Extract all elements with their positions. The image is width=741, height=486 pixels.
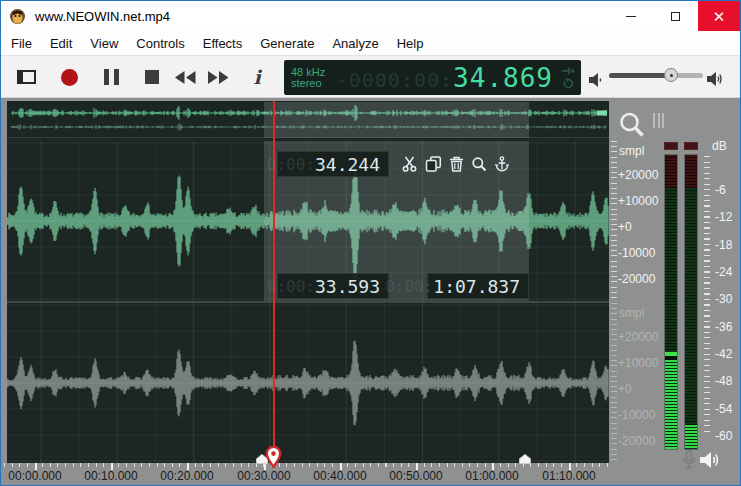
level-meter-left [664,154,678,450]
menu-edit[interactable]: Edit [41,33,81,54]
app-icon [9,8,26,25]
menu-controls[interactable]: Controls [127,33,193,54]
time-tick-label: 01:00.000 [458,469,526,483]
follow-cursor-icon[interactable] [562,67,575,75]
scale-tick-label: -10000 [618,408,655,422]
toggle-sidebar-button[interactable] [13,64,39,90]
db-tick-label: -60 [715,429,732,443]
channel-2-scale-ticks [611,303,617,461]
selection-start-box[interactable]: 0:00: 33.593 [277,273,389,299]
sample-rate-label: 48 kHz [291,67,325,78]
loop-playback-icon[interactable] [563,78,574,89]
pause-button[interactable] [98,64,124,90]
stop-icon [145,70,159,84]
playhead-marker-pin[interactable] [265,446,282,468]
selection-start-ghost: 0:00: [267,277,315,296]
menu-analyze[interactable]: Analyze [323,33,387,54]
copy-icon[interactable] [425,156,442,172]
info-icon: i [253,66,260,88]
close-icon: ✕ [713,9,726,24]
selection-end-marker[interactable] [519,454,531,464]
panel-grip-handle[interactable] [653,113,664,128]
waveform-editor[interactable]: 0:00: 34.244 0:00: 33.593 0:00: 1:07.837 [7,101,609,463]
microphone-input-icon[interactable] [682,450,696,471]
cut-icon[interactable] [401,156,418,172]
channel-1-scale-ticks [611,141,617,299]
fast-forward-button[interactable] [204,64,232,90]
menu-help[interactable]: Help [388,33,433,54]
channel-mode-label: stereo [291,78,325,89]
stop-button[interactable] [139,64,165,90]
db-tick-label: -12 [715,210,732,224]
time-tick-label: 00:10.000 [77,469,145,483]
time-ghost-digits: -0000:00: [336,68,453,92]
volume-slider-thumb[interactable] [664,68,678,82]
selection-end-value: 1:07.837 [433,276,520,297]
clip-indicator-left[interactable] [664,142,678,150]
main-area: 0:00: 34.244 0:00: 33.593 0:00: 1:07.837 [1,98,740,485]
current-time-value: 34.869 [453,63,553,93]
menubar: File Edit View Controls Effects Generate… [1,31,740,55]
time-tick-label: 00:30.000 [230,469,298,483]
delete-icon[interactable] [449,156,464,172]
menu-generate[interactable]: Generate [251,33,323,54]
anchor-icon[interactable] [494,156,510,172]
menu-view[interactable]: View [81,33,127,54]
selection-start-value: 33.593 [315,276,380,297]
db-scale-unit: dB [712,139,727,153]
minimize-button[interactable] [608,2,653,31]
timeline-ruler[interactable]: 00:00.000 00:10.000 00:20.000 00:30.000 … [1,463,609,485]
time-tick-label: 00:50.000 [382,469,450,483]
time-display: 48 kHz stereo -0000:00:34.869 [284,60,581,95]
scale-tick-label: -20000 [618,434,655,448]
time-tick-label: 00:00.000 [1,469,69,483]
record-button[interactable] [56,64,82,90]
file-info-button[interactable]: i [246,64,268,90]
volume-slider[interactable] [609,73,703,78]
selection-duration-ghost: 0:00: [267,155,315,174]
titlebar[interactable]: www.NEOWIN.net.mp4 ✕ [1,1,740,31]
zoom-selection-icon[interactable] [471,156,487,172]
close-button[interactable]: ✕ [698,1,740,31]
channel-2-scale-unit: smpl [619,306,644,320]
time-tick-label: 00:40.000 [306,469,374,483]
selection-toolbar [401,151,510,177]
selection-end-box[interactable]: 0:00: 1:07.837 [427,273,529,299]
db-tick-label: -30 [715,292,732,306]
db-tick-label: -24 [715,265,732,279]
zoom-tool-icon[interactable] [618,111,646,139]
sidebar-panel-icon [17,70,36,84]
rewind-icon [175,71,196,84]
scale-tick-label: -20000 [618,272,655,286]
time-tick-label: 01:10.000 [535,469,603,483]
scale-tick-label: +0 [618,220,632,234]
maximize-button[interactable] [653,2,698,31]
channel-2-waveform [7,303,609,463]
menu-effects[interactable]: Effects [194,33,252,54]
rewind-button[interactable] [171,64,199,90]
overview-view-window[interactable] [264,102,529,138]
clip-indicator-right[interactable] [684,142,698,150]
channel-2-track[interactable] [7,303,609,463]
scale-tick-label: +10000 [618,194,658,208]
menu-file[interactable]: File [2,33,41,54]
selection-duration-box[interactable]: 0:00: 34.244 [277,151,389,177]
level-meter-right [684,154,698,450]
db-tick-label: -18 [715,238,732,252]
maximize-icon [671,12,680,21]
minimize-icon [626,16,636,17]
time-tick-label: 00:20.000 [153,469,221,483]
toolbar: i 48 kHz stereo -0000:00:34.869 [1,55,740,98]
db-scale-ticks [704,156,710,436]
selection-end-ghost: 0:00: [385,277,433,296]
scale-tick-label: +0 [618,382,632,396]
db-tick-label: -6 [715,183,726,197]
db-tick-label: -42 [715,347,732,361]
speaker-output-icon[interactable] [700,451,721,469]
db-tick-label: -54 [715,402,732,416]
pause-icon [104,69,119,85]
db-tick-label: -36 [715,320,732,334]
volume-high-icon[interactable] [707,66,724,92]
peak-hold-segment [665,352,677,356]
volume-low-icon[interactable] [589,67,603,93]
